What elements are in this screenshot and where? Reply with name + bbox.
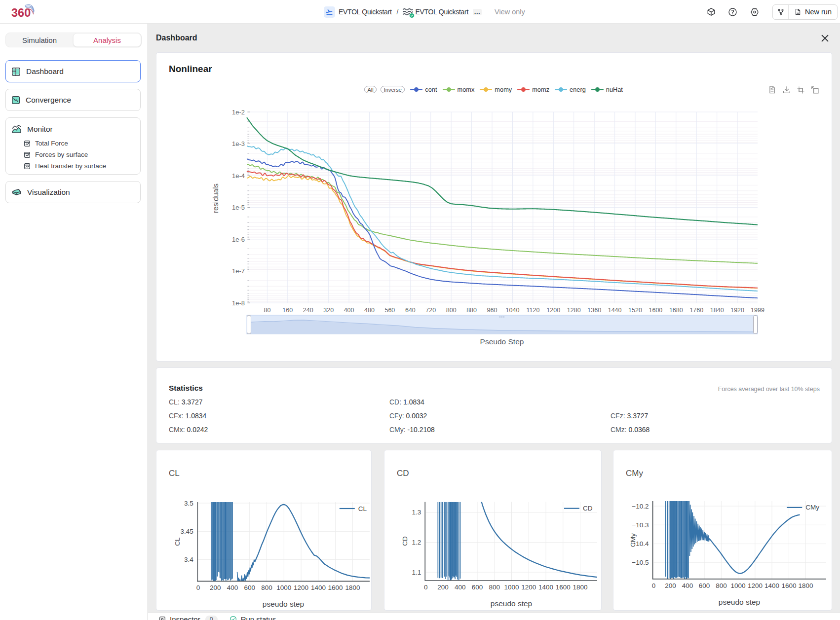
svg-text:200: 200 [665,582,676,589]
svg-text:800: 800 [446,307,457,314]
svg-text:1e-3: 1e-3 [232,140,245,147]
svg-text:1440: 1440 [608,307,622,314]
svg-text:1600: 1600 [649,307,662,314]
svg-text:1600: 1600 [556,584,571,591]
svg-text:3.4: 3.4 [184,556,193,563]
svg-text:1400: 1400 [538,584,553,591]
svg-text:800: 800 [261,584,272,591]
svg-text:400: 400 [344,307,354,314]
svg-text:1600: 1600 [328,584,343,591]
svg-text:3.45: 3.45 [181,528,193,535]
svg-text:400: 400 [455,584,466,591]
svg-text:pseudo step: pseudo step [719,598,760,606]
svg-text:−10.2: −10.2 [632,503,649,510]
svg-text:1200: 1200 [521,584,536,591]
svg-text:−10.3: −10.3 [632,521,649,529]
svg-text:1400: 1400 [764,582,779,589]
svg-text:CL: CL [174,537,181,546]
svg-text:pseudo step: pseudo step [263,600,304,608]
svg-text:CMy: CMy [629,533,637,547]
svg-text:0: 0 [424,584,428,591]
svg-text:1200: 1200 [546,307,560,314]
svg-text:CL: CL [358,505,367,512]
svg-text:480: 480 [364,307,375,314]
svg-text:1600: 1600 [781,582,796,589]
svg-text:1920: 1920 [730,307,744,314]
svg-text:1280: 1280 [567,307,581,314]
svg-text:560: 560 [384,307,395,314]
svg-text:1e-8: 1e-8 [232,299,245,307]
svg-text:1800: 1800 [345,584,360,591]
svg-text:1120: 1120 [526,307,539,314]
svg-text:1800: 1800 [799,582,813,589]
svg-text:1000: 1000 [504,584,519,591]
svg-text:1e-7: 1e-7 [232,267,245,275]
svg-text:CD: CD [583,505,593,512]
svg-text:600: 600 [244,584,256,591]
svg-text:400: 400 [682,582,693,589]
svg-text:1e-5: 1e-5 [232,204,245,211]
svg-text:1.3: 1.3 [412,509,421,516]
svg-text:880: 880 [466,307,477,314]
svg-text:CMy: CMy [805,504,819,511]
svg-text:600: 600 [472,584,483,591]
svg-text:960: 960 [487,307,497,314]
svg-text:160: 160 [282,307,293,314]
svg-text:1360: 1360 [587,307,601,314]
svg-text:1e-2: 1e-2 [232,109,245,116]
svg-text:640: 640 [405,307,416,314]
svg-text:−10.5: −10.5 [632,559,649,566]
svg-text:600: 600 [699,582,710,589]
svg-text:1e-4: 1e-4 [232,172,245,180]
svg-text:0: 0 [652,582,656,589]
svg-text:residuals: residuals [211,183,220,213]
svg-text:1800: 1800 [573,584,588,591]
svg-text:1.2: 1.2 [412,539,421,546]
svg-text:1400: 1400 [311,584,326,591]
svg-text:1e-6: 1e-6 [232,236,245,243]
svg-text:1680: 1680 [669,307,683,314]
svg-text:720: 720 [425,307,436,314]
svg-text:1.1: 1.1 [412,569,421,576]
svg-text:1000: 1000 [276,584,291,591]
svg-text:1760: 1760 [689,307,703,314]
svg-text:400: 400 [227,584,238,591]
svg-text:1520: 1520 [628,307,642,314]
svg-text:0: 0 [196,584,200,591]
svg-text:1040: 1040 [506,307,520,314]
svg-text:80: 80 [264,307,270,314]
svg-text:320: 320 [323,307,334,314]
svg-text:CD: CD [401,536,409,546]
svg-text:1200: 1200 [294,584,308,591]
svg-text:200: 200 [210,584,221,591]
svg-text:800: 800 [489,584,500,591]
svg-text:Pseudo Step: Pseudo Step [480,337,524,346]
svg-text:360: 360 [11,6,31,19]
svg-text:200: 200 [437,584,449,591]
svg-text:800: 800 [716,582,727,589]
svg-text:1840: 1840 [710,307,724,314]
svg-text:1200: 1200 [748,582,763,589]
svg-text:1999: 1999 [751,307,764,314]
svg-text:3.5: 3.5 [184,500,193,507]
svg-text:pseudo step: pseudo step [491,599,532,608]
svg-text:1000: 1000 [731,582,746,589]
svg-text:240: 240 [303,307,313,314]
